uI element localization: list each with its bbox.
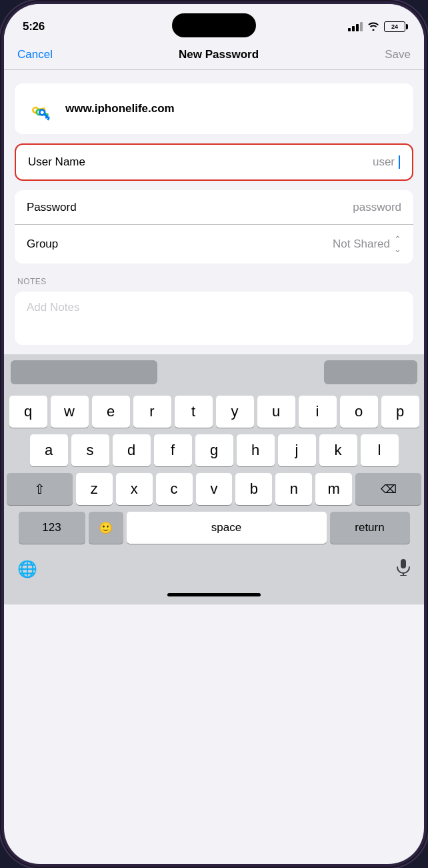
content: www.iphonelife.com User Name user Passwo…: [4, 83, 424, 604]
key-n[interactable]: n: [275, 473, 312, 505]
keyboard-row-3: ⇧ z x c v b n m ⌫: [7, 473, 421, 505]
key-i[interactable]: i: [299, 396, 337, 428]
home-indicator-area: [4, 586, 424, 604]
key-q[interactable]: q: [9, 396, 47, 428]
key-p[interactable]: p: [381, 396, 419, 428]
emoji-icon: 🙂: [99, 521, 113, 535]
dynamic-island: [172, 13, 256, 37]
password-value: password: [353, 201, 401, 214]
wifi-icon: [367, 21, 379, 33]
status-time: 5:26: [23, 20, 45, 33]
nav-title: New Password: [179, 48, 259, 61]
password-label: Password: [27, 201, 77, 214]
autocomplete-suggestion-2[interactable]: [324, 360, 417, 384]
username-label: User Name: [28, 155, 85, 169]
username-value: user: [373, 155, 400, 169]
autocomplete-bar: [4, 354, 424, 390]
shift-key[interactable]: ⇧: [7, 473, 73, 505]
notes-section: NOTES Add Notes: [15, 277, 413, 345]
cancel-button[interactable]: Cancel: [17, 48, 53, 61]
key-k[interactable]: k: [319, 434, 357, 466]
key-t[interactable]: t: [175, 396, 213, 428]
key-c[interactable]: c: [156, 473, 193, 505]
battery-icon: 24: [384, 21, 405, 32]
keyboard-row-1: q w e r t y u i o p: [7, 396, 421, 428]
notes-section-label: NOTES: [15, 277, 413, 286]
key-w[interactable]: w: [51, 396, 89, 428]
key-z[interactable]: z: [76, 473, 113, 505]
save-button[interactable]: Save: [385, 48, 411, 61]
passwords-icon: [27, 94, 56, 123]
site-card: www.iphonelife.com: [15, 83, 413, 134]
key-f[interactable]: f: [154, 434, 192, 466]
space-key[interactable]: space: [127, 512, 327, 544]
password-row[interactable]: Password password: [15, 190, 413, 225]
numbers-key[interactable]: 123: [19, 512, 85, 544]
key-s[interactable]: s: [71, 434, 109, 466]
key-a[interactable]: a: [30, 434, 68, 466]
key-o[interactable]: o: [340, 396, 378, 428]
status-icons: 24: [348, 21, 405, 33]
screen: 5:26 24: [4, 4, 424, 864]
form-section: Password password Group Not Shared ⌃⌄: [15, 190, 413, 264]
key-r[interactable]: r: [133, 396, 171, 428]
notes-placeholder: Add Notes: [27, 301, 79, 314]
key-m[interactable]: m: [315, 473, 352, 505]
group-label: Group: [27, 238, 58, 251]
key-l[interactable]: l: [361, 434, 399, 466]
key-h[interactable]: h: [237, 434, 275, 466]
delete-key[interactable]: ⌫: [355, 473, 421, 505]
bottom-bar: 🌐: [4, 554, 424, 586]
key-v[interactable]: v: [196, 473, 233, 505]
key-x[interactable]: x: [116, 473, 153, 505]
username-field-wrapper[interactable]: User Name user: [15, 143, 413, 181]
notes-input[interactable]: Add Notes: [15, 292, 413, 345]
nav-bar: Cancel New Password Save: [4, 40, 424, 70]
chevron-up-down-icon: ⌃⌄: [394, 234, 401, 254]
microphone-icon[interactable]: [396, 558, 411, 580]
key-e[interactable]: e: [92, 396, 130, 428]
return-key[interactable]: return: [330, 512, 410, 544]
keyboard: q w e r t y u i o p a s d f: [4, 390, 424, 554]
phone-shell: 5:26 24: [0, 0, 428, 868]
status-bar: 5:26 24: [4, 4, 424, 40]
key-b[interactable]: b: [235, 473, 272, 505]
shift-icon: ⇧: [34, 481, 45, 497]
signal-bars-icon: [348, 22, 363, 31]
site-url: www.iphonelife.com: [65, 102, 175, 115]
key-j[interactable]: j: [278, 434, 316, 466]
key-g[interactable]: g: [195, 434, 233, 466]
keyboard-row-4: 123 🙂 space return: [7, 512, 421, 544]
keyboard-row-2: a s d f g h j k l: [7, 434, 421, 466]
group-row[interactable]: Group Not Shared ⌃⌄: [15, 225, 413, 264]
username-row[interactable]: User Name user: [16, 145, 412, 179]
emoji-key[interactable]: 🙂: [89, 512, 123, 544]
text-cursor: [399, 155, 400, 169]
delete-icon: ⌫: [381, 482, 397, 496]
autocomplete-suggestion-1[interactable]: [11, 360, 157, 384]
group-value: Not Shared ⌃⌄: [333, 234, 401, 254]
key-y[interactable]: y: [216, 396, 254, 428]
key-d[interactable]: d: [113, 434, 151, 466]
svg-rect-16: [401, 559, 406, 568]
home-indicator: [167, 593, 261, 596]
key-u[interactable]: u: [257, 396, 295, 428]
globe-icon[interactable]: 🌐: [17, 560, 37, 578]
